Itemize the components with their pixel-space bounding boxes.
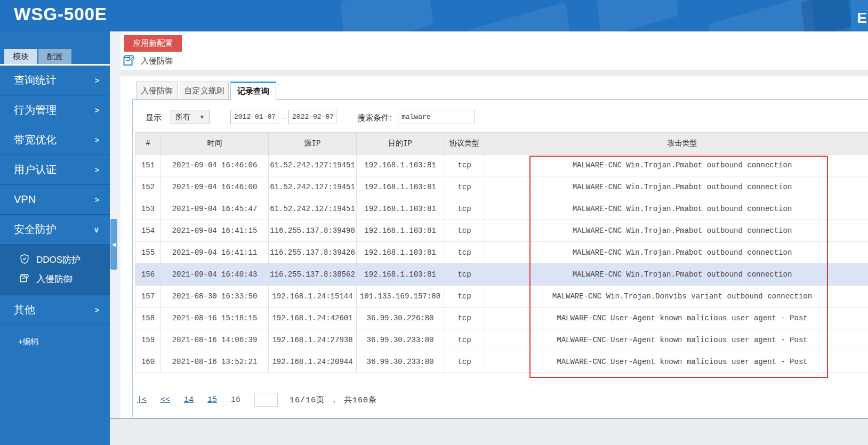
page-first-link[interactable]: |< (137, 395, 147, 404)
tab-record-query[interactable]: 记录查询 (230, 82, 276, 100)
table-row[interactable]: 1522021-09-04 16:46:0061.52.242.127:1945… (135, 176, 868, 198)
table-cell: 2021-09-04 16:46:06 (161, 155, 269, 176)
sidebar-item-VPN[interactable]: VPN> (0, 185, 110, 215)
table-cell: 36.99.30.233:80 (357, 351, 444, 373)
table-cell: 160 (135, 351, 161, 373)
page-prev-link[interactable]: << (160, 395, 170, 404)
table-row[interactable]: 1572021-08-30 16:33:50192.168.1.24:15144… (135, 286, 868, 308)
sidebar-item-label: 带宽优化 (14, 133, 95, 147)
table-cell: 151 (135, 155, 161, 176)
page-input[interactable] (254, 393, 278, 407)
table-cell: 192.168.1.103:81 (357, 242, 444, 264)
table-cell: 192.168.1.24:15144 (269, 286, 357, 308)
table-cell: 158 (135, 308, 161, 329)
table-cell: tcp (444, 264, 485, 286)
date-to-input[interactable] (288, 110, 336, 124)
table-cell: 157 (135, 286, 161, 308)
sidebar-item-行为管理[interactable]: 行为管理> (0, 95, 110, 125)
table-cell: tcp (444, 176, 485, 198)
sidebar-item-带宽优化[interactable]: 带宽优化> (0, 125, 110, 155)
table-cell: 192.168.1.103:81 (357, 198, 444, 220)
table-cell: 2021-09-04 16:46:00 (161, 176, 269, 198)
table-cell: MALWARE-CNC User-Agent known malicious u… (485, 351, 868, 373)
table-cell: 101.133.169.157:80 (357, 286, 444, 308)
table-cell: 156 (135, 264, 161, 286)
sidebar-item-安全防护[interactable]: 安全防护∨ (0, 215, 110, 245)
sidebar-edit-link[interactable]: +编辑 (18, 337, 110, 347)
sidebar-collapse-handle[interactable]: ◀ (110, 219, 117, 270)
keyboard-decor (340, 0, 433, 31)
chevron-right-icon: > (95, 306, 99, 314)
sidebar-item-label: 其他 (14, 303, 95, 317)
sidebar-tab-modules[interactable]: 模块 (4, 49, 37, 64)
search-input[interactable] (398, 110, 475, 124)
table-cell: MALWARE-CNC User-Agent known malicious u… (485, 329, 868, 351)
table-cell: 192.168.1.103:81 (357, 264, 444, 286)
table-cell: MALWARE-CNC Win.Trojan.Pmabot outbound c… (485, 155, 868, 176)
table-row[interactable]: 1562021-09-04 16:40:43116.255.137.8:3856… (135, 264, 868, 286)
table-row[interactable]: 1592021-08-16 14:06:39192.168.1.24:27938… (135, 329, 868, 351)
table-cell: 36.99.30.226:80 (357, 308, 444, 329)
table-cell: MALWARE-CNC User-Agent known malicious u… (485, 308, 868, 329)
page-link-15[interactable]: 15 (207, 395, 217, 404)
chevron-right-icon: > (95, 136, 99, 144)
chevron-down-icon: ∨ (94, 225, 99, 234)
records-table: #时间源IP目的IP协议类型攻击类型 1512021-09-04 16:46:0… (135, 132, 868, 373)
sidebar-item-label: 用户认证 (14, 163, 95, 177)
sidebar-item-其他[interactable]: 其他> (0, 295, 110, 325)
table-cell: 2021-09-04 16:41:15 (161, 220, 269, 242)
date-from-input[interactable] (230, 110, 278, 124)
table-cell: 159 (135, 329, 161, 351)
table-cell: MALWARE-CNC Win.Trojan.Pmabot outbound c… (485, 264, 868, 286)
table-cell: 61.52.242.127:19451 (269, 155, 357, 176)
table-cell: tcp (444, 242, 485, 264)
table-cell: 192.168.1.103:81 (357, 176, 444, 198)
sidebar-tabs: 模块 配置 (4, 49, 73, 64)
table-row[interactable]: 1602021-08-16 13:52:21192.168.1.24:20944… (135, 351, 868, 373)
sidebar-item-查询统计[interactable]: 查询统计> (0, 66, 110, 95)
app-title: WSG-500E (14, 4, 107, 25)
chevron-right-icon: > (95, 166, 99, 174)
chevron-right-icon: > (95, 196, 99, 204)
box-badge-icon (19, 273, 31, 285)
sidebar-item-label: 安全防护 (14, 222, 94, 237)
submenu-item-入侵防御[interactable]: 入侵防御 (0, 269, 110, 288)
table-cell: 192.168.1.24:42601 (269, 308, 357, 329)
table-cell: 116.255.137.8:39426 (269, 242, 357, 264)
sidebar-item-label: 行为管理 (14, 103, 95, 117)
table-row[interactable]: 1512021-09-04 16:46:0661.52.242.127:1945… (135, 155, 868, 176)
table-cell: tcp (444, 308, 485, 329)
sidebar-tab-config[interactable]: 配置 (38, 49, 71, 64)
table-row[interactable]: 1532021-09-04 16:45:4761.52.242.127:1945… (135, 198, 868, 220)
table-cell: 192.168.1.103:81 (357, 220, 444, 242)
table-cell: MALWARE-CNC Win.Trojan.Pmabot outbound c… (485, 220, 868, 242)
apply-config-button[interactable]: 应用新配置 (124, 35, 182, 52)
tab-custom-rules[interactable]: 自定义规则 (180, 82, 229, 100)
page-link-14[interactable]: 14 (184, 395, 194, 404)
collapse-arrow-icon: ◀ (112, 241, 116, 247)
table-cell: tcp (444, 351, 485, 373)
table-cell: tcp (444, 155, 485, 176)
submenu-item-DDOS防护[interactable]: DDOS防护 (0, 250, 110, 269)
table-cell: 116.255.137.8:39498 (269, 220, 357, 242)
show-select[interactable]: 所有 ▼ (171, 110, 210, 124)
chevron-right-icon: > (95, 76, 99, 85)
chevron-right-icon: > (95, 106, 99, 115)
table-row[interactable]: 1552021-09-04 16:41:11116.255.137.8:3942… (135, 242, 868, 264)
keyboard-decor (468, 2, 572, 31)
table-cell: 2021-09-04 16:41:11 (161, 242, 269, 264)
table-row[interactable]: 1582021-08-16 15:18:15192.168.1.24:42601… (135, 308, 868, 329)
sidebar-item-用户认证[interactable]: 用户认证> (0, 155, 110, 185)
top-header: WSG-500E E (0, 0, 868, 31)
table-row[interactable]: 1542021-09-04 16:41:15116.255.137.8:3949… (135, 220, 868, 242)
column-header: 源IP (269, 133, 357, 155)
table-cell: 61.52.242.127:19451 (269, 176, 357, 198)
header-right-text[interactable]: E (857, 10, 867, 27)
table-cell: 2021-08-16 15:18:15 (161, 308, 269, 329)
table-cell: 192.168.1.103:81 (357, 155, 444, 176)
table-cell: MALWARE-CNC Win.Trojan.Pmabot outbound c… (485, 198, 868, 220)
page-links: 1415 (184, 395, 231, 404)
sidebar-item-label: VPN (14, 193, 95, 206)
tab-intrusion-prevention[interactable]: 入侵防御 (136, 82, 178, 100)
sidebar-menu: 查询统计>行为管理>带宽优化>用户认证>VPN>安全防护∨DDOS防护入侵防御其… (0, 66, 110, 347)
